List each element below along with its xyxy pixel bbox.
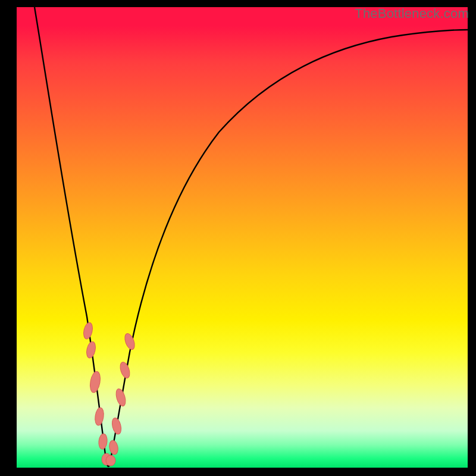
- marker: [98, 433, 108, 449]
- marker: [106, 455, 115, 466]
- bottleneck-curve: [35, 7, 468, 466]
- curve-layer: [17, 7, 468, 468]
- marker: [89, 371, 102, 393]
- marker-group: [82, 322, 136, 466]
- marker: [123, 332, 137, 350]
- watermark-text: TheBottleneck.com: [355, 6, 469, 21]
- marker: [118, 361, 131, 380]
- chart-frame: TheBottleneck.com: [0, 0, 476, 476]
- plot-area: [17, 7, 468, 468]
- marker: [108, 440, 119, 455]
- marker: [82, 322, 94, 340]
- marker: [111, 417, 123, 436]
- marker: [85, 341, 97, 359]
- marker: [94, 407, 105, 426]
- marker: [114, 388, 127, 408]
